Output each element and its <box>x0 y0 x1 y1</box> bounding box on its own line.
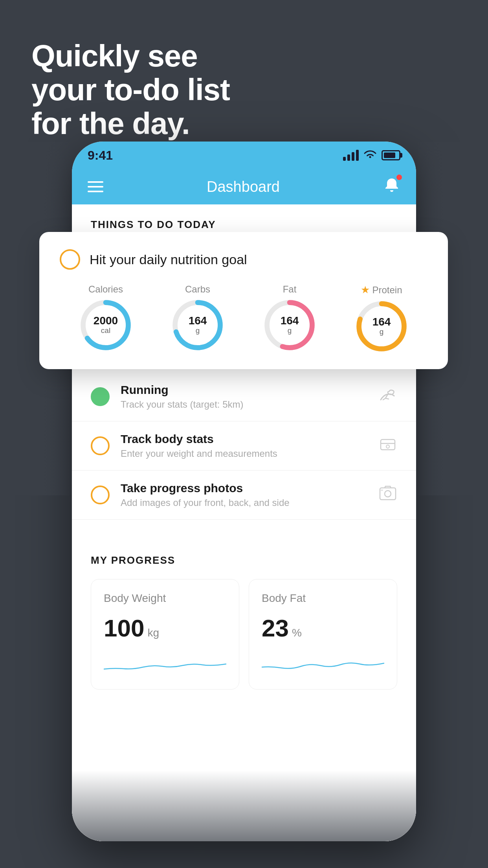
todo-item-running[interactable]: Running Track your stats (target: 5km) <box>72 372 416 421</box>
carbs-value: 164 g <box>189 315 207 335</box>
headline: Quickly see your to-do list for the day. <box>31 39 230 140</box>
todo-subtitle-running: Track your stats (target: 5km) <box>121 399 367 410</box>
body-weight-unit: kg <box>147 627 159 639</box>
nutrition-row: Calories 2000 cal Carbs <box>60 284 427 352</box>
body-fat-title: Body Fat <box>262 592 384 605</box>
calories-value: 2000 cal <box>94 315 118 335</box>
status-bar: 9:41 <box>72 142 416 169</box>
todo-text-body-stats: Track body stats Enter your weight and m… <box>121 432 367 459</box>
carbs-label: Carbs <box>185 284 210 295</box>
todo-text-running: Running Track your stats (target: 5km) <box>121 383 367 410</box>
protein-label: Protein <box>372 285 402 296</box>
nav-bar: Dashboard <box>72 169 416 204</box>
todo-item-body-stats[interactable]: Track body stats Enter your weight and m… <box>72 421 416 471</box>
svg-point-4 <box>385 491 391 497</box>
photo-icon <box>378 484 397 506</box>
todo-subtitle-photos: Add images of your front, back, and side <box>121 497 367 508</box>
nutrition-calories: Calories 2000 cal <box>80 284 131 351</box>
body-fat-chart <box>262 651 384 675</box>
status-time: 9:41 <box>88 148 113 163</box>
signal-icon <box>343 150 359 161</box>
fat-label: Fat <box>283 284 297 295</box>
body-weight-card: Body Weight 100 kg <box>91 579 239 690</box>
notification-button[interactable] <box>383 176 400 197</box>
battery-icon <box>382 150 400 160</box>
nav-title: Dashboard <box>207 178 280 195</box>
progress-header: MY PROGRESS <box>91 554 397 566</box>
nutrition-protein: ★ Protein 164 g <box>356 284 407 352</box>
protein-value: 164 g <box>372 316 391 337</box>
protein-donut: 164 g <box>356 301 407 352</box>
progress-section: MY PROGRESS Body Weight 100 kg Body Fat <box>72 535 416 708</box>
body-fat-unit: % <box>292 627 302 639</box>
wifi-icon <box>363 149 377 162</box>
scale-icon <box>378 435 397 457</box>
fat-donut: 164 g <box>264 300 315 351</box>
star-icon: ★ <box>361 284 370 296</box>
body-fat-value-row: 23 % <box>262 614 384 642</box>
menu-button[interactable] <box>88 181 103 192</box>
card-title-row: Hit your daily nutrition goal <box>60 249 427 270</box>
calories-label: Calories <box>88 284 123 295</box>
todo-check-body-stats <box>91 436 110 455</box>
calories-donut: 2000 cal <box>80 300 131 351</box>
todo-title-photos: Take progress photos <box>121 482 367 495</box>
protein-label-row: ★ Protein <box>361 284 402 296</box>
status-icons <box>343 149 400 162</box>
todo-list: Running Track your stats (target: 5km) T… <box>72 372 416 520</box>
body-weight-title: Body Weight <box>104 592 226 605</box>
todo-check-photos <box>91 485 110 504</box>
nutrition-card-title: Hit your daily nutrition goal <box>90 252 247 267</box>
nutrition-card: Hit your daily nutrition goal Calories 2… <box>39 232 448 369</box>
svg-point-2 <box>386 445 389 448</box>
nutrition-carbs: Carbs 164 g <box>172 284 223 351</box>
todo-title-running: Running <box>121 383 367 397</box>
nutrition-check-circle[interactable] <box>60 249 80 270</box>
svg-rect-5 <box>381 489 383 491</box>
progress-cards: Body Weight 100 kg Body Fat 23 % <box>91 579 397 690</box>
todo-check-running <box>91 387 110 406</box>
running-icon <box>378 387 397 406</box>
body-weight-value-row: 100 kg <box>104 614 226 642</box>
body-fat-value: 23 <box>262 614 289 642</box>
phone-bottom-fade <box>72 771 416 841</box>
todo-title-body-stats: Track body stats <box>121 432 367 446</box>
todo-text-photos: Take progress photos Add images of your … <box>121 482 367 508</box>
body-weight-value: 100 <box>104 614 144 642</box>
notification-badge <box>396 175 402 180</box>
body-fat-card: Body Fat 23 % <box>249 579 397 690</box>
todo-subtitle-body-stats: Enter your weight and measurements <box>121 448 367 459</box>
todo-item-photos[interactable]: Take progress photos Add images of your … <box>72 471 416 520</box>
body-weight-chart <box>104 651 226 675</box>
carbs-donut: 164 g <box>172 300 223 351</box>
nutrition-fat: Fat 164 g <box>264 284 315 351</box>
fat-value: 164 g <box>281 315 299 335</box>
